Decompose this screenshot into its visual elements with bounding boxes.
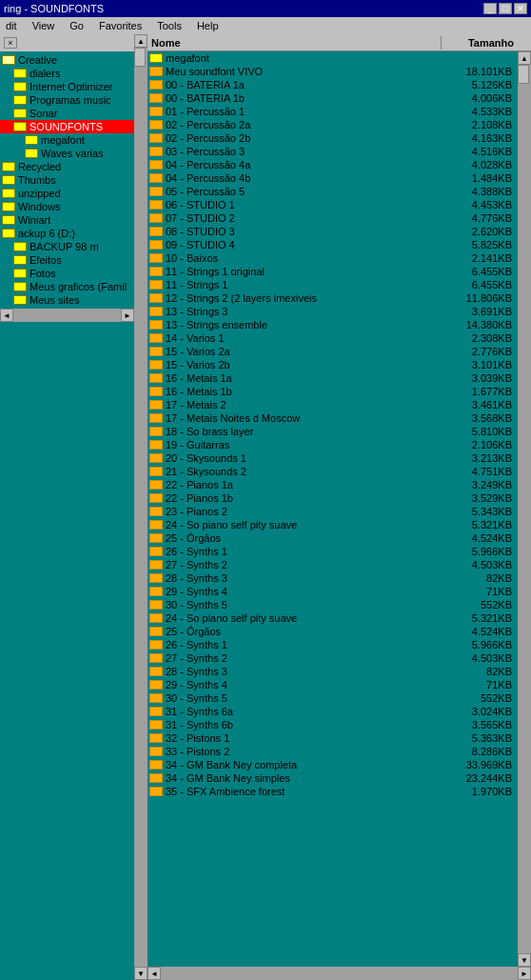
file-item-46[interactable]: 28 - Synths 382KB [148,665,518,678]
file-item-25[interactable]: 16 - Metais 1b1.677KB [148,385,518,398]
file-item-10[interactable]: 05 - Percussão 54.388KB [148,185,518,198]
file-item-11[interactable]: 06 - STUDIO 14.453KB [148,198,518,211]
folder-icon [13,282,27,291]
sidebar-item-10[interactable]: unzipped [0,187,134,200]
menu-view[interactable]: View [29,19,59,32]
file-name: 02 - Percussão 2a [166,119,444,130]
sidebar-item-4[interactable]: Sonar [0,107,134,120]
file-item-13[interactable]: 08 - STUDIO 32.620KB [148,225,518,238]
sidebar-scroll-down[interactable]: ▼ [134,967,148,980]
file-item-30[interactable]: 20 - Skysounds 13.213KB [148,451,518,465]
file-item-33[interactable]: 22 - Pianos 1b3.529KB [148,491,518,505]
file-item-0[interactable]: megafont [148,51,518,65]
sidebar-item-7[interactable]: Waves varias [0,147,134,160]
file-item-50[interactable]: 31 - Synths 6b3.565KB [148,718,518,731]
file-item-21[interactable]: 14 - Varios 12.308KB [148,331,518,345]
file-item-24[interactable]: 16 - Metais 1a3.039KB [148,371,518,385]
sidebar-item-2[interactable]: Internet Optimizer [0,80,134,93]
file-item-5[interactable]: 02 - Percussão 2a2.108KB [148,118,518,131]
file-item-54[interactable]: 34 - GM Bank Ney simples23.244KB [148,771,518,785]
column-size[interactable]: Tamanho [442,36,518,50]
file-item-23[interactable]: 15 - Varios 2b3.101KB [148,358,518,371]
minimize-button[interactable]: _ [483,3,497,14]
file-item-36[interactable]: 25 - Órgãos4.524KB [148,531,518,545]
sidebar-item-14[interactable]: BACKUP 98 m [0,240,134,253]
sidebar-item-1[interactable]: dialers [0,67,134,80]
file-item-2[interactable]: 00 - BATERIA 1a5.126KB [148,78,518,91]
file-item-28[interactable]: 18 - So brass layer5.810KB [148,425,518,438]
file-scroll-down[interactable]: ▼ [518,953,531,967]
file-item-37[interactable]: 26 - Synths 15.966KB [148,545,518,558]
file-item-38[interactable]: 27 - Synths 24.503KB [148,558,518,571]
sidebar-item-12[interactable]: Winiart [0,213,134,227]
scroll-right-button[interactable]: ► [121,309,134,322]
sidebar-item-8[interactable]: Recycled [0,160,134,173]
menu-go[interactable]: Go [66,19,88,32]
sidebar-item-11[interactable]: Windows [0,200,134,213]
file-item-34[interactable]: 23 - Pianos 25.343KB [148,505,518,518]
column-name[interactable]: Nome [148,36,442,50]
file-item-17[interactable]: 11 - Strings 16.455KB [148,278,518,291]
file-name: 12 - Strings 2 (2 layers imexiveis [166,292,444,304]
sidebar-item-17[interactable]: Meus graficos (Famil [0,280,134,293]
file-item-44[interactable]: 26 - Synths 15.966KB [148,638,518,651]
sidebar-scroll-up[interactable]: ▲ [134,34,148,48]
file-item-49[interactable]: 31 - Synths 6a3.024KB [148,705,518,718]
file-item-3[interactable]: 00 - BATERIA 1b4.006KB [148,91,518,105]
file-item-20[interactable]: 13 - Strings ensemble14.380KB [148,318,518,331]
file-item-7[interactable]: 03 - Percussão 34.516KB [148,145,518,158]
sidebar-item-15[interactable]: Efeitos [0,253,134,267]
sidebar-item-3[interactable]: Programas music [0,93,134,107]
menu-edit[interactable]: dit [2,19,21,32]
file-item-12[interactable]: 07 - STUDIO 24.776KB [148,211,518,225]
sidebar-close-button[interactable]: × [4,37,17,49]
file-item-39[interactable]: 28 - Synths 382KB [148,571,518,585]
maximize-button[interactable]: □ [499,3,512,14]
file-item-22[interactable]: 15 - Varios 2a2.776KB [148,345,518,358]
sidebar-item-13[interactable]: ackup 6 (D:) [0,227,134,240]
file-item-31[interactable]: 21 - Skysounds 24.751KB [148,465,518,478]
file-item-51[interactable]: 32 - Pistons 15.363KB [148,731,518,745]
file-item-32[interactable]: 22 - Pianos 1a3.249KB [148,478,518,491]
file-item-18[interactable]: 12 - Strings 2 (2 layers imexiveis11.806… [148,291,518,305]
file-scroll-left[interactable]: ◄ [148,967,161,980]
file-item-55[interactable]: 35 - SFX Ambience forest1.970KB [148,785,518,798]
file-item-1[interactable]: Meu soundfont VIVO18.101KB [148,65,518,78]
menu-help[interactable]: Help [193,19,223,32]
file-item-16[interactable]: 11 - Strings 1 original6.455KB [148,265,518,278]
file-item-48[interactable]: 30 - Synths 5552KB [148,691,518,705]
file-item-14[interactable]: 09 - STUDIO 45.825KB [148,238,518,251]
file-item-19[interactable]: 13 - Strings 33.691KB [148,305,518,318]
file-item-40[interactable]: 29 - Synths 471KB [148,585,518,598]
file-item-26[interactable]: 17 - Metais 23.461KB [148,398,518,411]
file-item-42[interactable]: 24 - So piano self pity suave5.321KB [148,611,518,625]
file-item-27[interactable]: 17 - Metais Noites d Moscow3.568KB [148,411,518,425]
file-item-35[interactable]: 24 - So piano self pity suave5.321KB [148,518,518,531]
sidebar-item-16[interactable]: Fotos [0,267,134,280]
file-item-15[interactable]: 10 - Baixos2.141KB [148,251,518,265]
file-scroll-right[interactable]: ► [518,967,531,980]
file-item-9[interactable]: 04 - Percussão 4b1.484KB [148,171,518,185]
file-item-47[interactable]: 29 - Synths 471KB [148,678,518,691]
file-type-icon [149,760,163,770]
sidebar-item-6[interactable]: megafont [0,133,134,147]
file-item-45[interactable]: 27 - Synths 24.503KB [148,651,518,665]
file-item-41[interactable]: 30 - Synths 5552KB [148,598,518,611]
sidebar-item-9[interactable]: Thumbs [0,173,134,187]
file-item-6[interactable]: 02 - Percussão 2b4.163KB [148,131,518,145]
file-item-4[interactable]: 01 - Percussão 14.533KB [148,105,518,118]
file-item-29[interactable]: 19 - Guitarras2.106KB [148,438,518,451]
file-item-8[interactable]: 04 - Percussão 4a4.028KB [148,158,518,171]
file-size: 5.966KB [444,546,516,557]
file-scroll-up[interactable]: ▲ [518,51,531,65]
file-item-52[interactable]: 33 - Pistons 28.286KB [148,745,518,758]
scroll-left-button[interactable]: ◄ [0,309,13,322]
menu-tools[interactable]: Tools [153,19,186,32]
file-item-53[interactable]: 34 - GM Bank Ney completa33.969KB [148,758,518,771]
sidebar-item-18[interactable]: Meus sites [0,293,134,307]
close-button[interactable]: ✕ [514,3,527,14]
sidebar-item-5[interactable]: SOUNDFONTS [0,120,134,133]
sidebar-item-0[interactable]: Creative [0,53,134,67]
file-item-43[interactable]: 25 - Órgãos4.524KB [148,625,518,638]
menu-favorites[interactable]: Favorites [95,19,146,32]
